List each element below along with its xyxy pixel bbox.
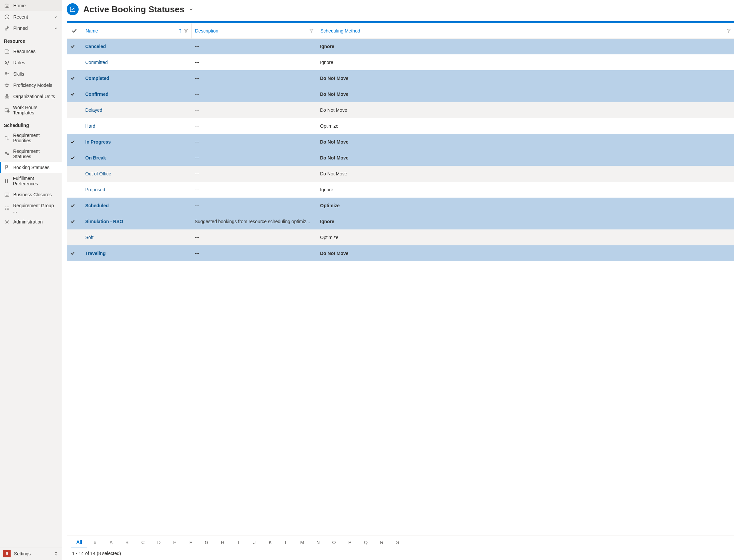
nav-requirement-priorities[interactable]: Requirement Priorities (0, 130, 62, 146)
record-link[interactable]: Committed (85, 60, 108, 65)
record-link[interactable]: Simulation - RSO (85, 219, 123, 224)
jump-g[interactable]: G (199, 538, 214, 547)
table-row[interactable]: On Break---Do Not Move (67, 150, 734, 166)
cell-scheduling-method: Do Not Move (317, 70, 734, 86)
row-checkbox[interactable] (67, 86, 82, 102)
nav-requirement-group[interactable]: Requirement Group ... (0, 200, 62, 216)
table-row[interactable]: Delayed---Do Not Move (67, 102, 734, 118)
jump-n[interactable]: N (310, 538, 326, 547)
jump-e[interactable]: E (167, 538, 183, 547)
cell-scheduling-method: Ignore (317, 38, 734, 54)
jump-l[interactable]: L (278, 538, 294, 547)
record-link[interactable]: Scheduled (85, 203, 109, 208)
jump-i[interactable]: I (230, 538, 246, 547)
nav-pinned[interactable]: Pinned (0, 23, 62, 34)
cell-description: --- (191, 70, 317, 86)
jump-r[interactable]: R (374, 538, 390, 547)
jump-c[interactable]: C (135, 538, 151, 547)
jump-f[interactable]: F (183, 538, 199, 547)
nav-business-closures[interactable]: Business Closures (0, 189, 62, 200)
nav-administration[interactable]: Administration (0, 216, 62, 227)
table-row[interactable]: In Progress---Do Not Move (67, 134, 734, 150)
jump-s[interactable]: S (390, 538, 406, 547)
table-row[interactable]: Soft---Optimize (67, 229, 734, 245)
table-row[interactable]: Traveling---Do Not Move (67, 245, 734, 261)
record-link[interactable]: Completed (85, 76, 109, 81)
nav-resources[interactable]: Resources (0, 46, 62, 57)
table-row[interactable]: Hard---Optimize (67, 118, 734, 134)
row-checkbox[interactable] (67, 70, 82, 86)
record-link[interactable]: In Progress (85, 139, 111, 145)
jump-p[interactable]: P (342, 538, 358, 547)
table-row[interactable]: Canceled---Ignore (67, 38, 734, 54)
jump-d[interactable]: D (151, 538, 167, 547)
nav-work-hours-templates[interactable]: Work Hours Templates (0, 102, 62, 118)
record-link[interactable]: On Break (85, 155, 106, 160)
record-link[interactable]: Canceled (85, 44, 106, 49)
table-row[interactable]: Simulation - RSOSuggested bookings from … (67, 214, 734, 229)
nav-booking-statuses[interactable]: Booking Statuses (0, 162, 62, 173)
record-link[interactable]: Delayed (85, 107, 102, 113)
nav-roles[interactable]: Roles (0, 57, 62, 68)
row-checkbox[interactable] (67, 166, 82, 182)
nav-org-units[interactable]: Organizational Units (0, 91, 62, 102)
view-selector-chevron[interactable] (188, 7, 194, 12)
row-checkbox[interactable] (67, 134, 82, 150)
row-checkbox[interactable] (67, 54, 82, 70)
jump-q[interactable]: Q (358, 538, 374, 547)
record-link[interactable]: Soft (85, 235, 93, 240)
record-link[interactable]: Out of Office (85, 171, 111, 176)
cell-name: Canceled (82, 38, 191, 54)
cell-scheduling-method: Do Not Move (317, 86, 734, 102)
nav-recent[interactable]: Recent (0, 11, 62, 23)
table-row[interactable]: Confirmed---Do Not Move (67, 86, 734, 102)
filter-icon[interactable] (727, 29, 731, 33)
nav-fulfillment-preferences[interactable]: Fulfillment Preferences (0, 173, 62, 189)
nav-requirement-statuses[interactable]: Requirement Statuses (0, 146, 62, 162)
filter-icon[interactable] (309, 29, 313, 33)
jump-all[interactable]: All (71, 537, 87, 547)
nav-skills[interactable]: Skills (0, 68, 62, 80)
column-header-select[interactable] (67, 23, 82, 38)
row-checkbox[interactable] (67, 102, 82, 118)
table-row[interactable]: Committed---Ignore (67, 54, 734, 70)
row-checkbox[interactable] (67, 198, 82, 214)
check-icon (70, 219, 79, 224)
record-link[interactable]: Traveling (85, 251, 105, 256)
row-checkbox[interactable] (67, 150, 82, 166)
filter-icon[interactable] (184, 29, 188, 33)
table-row[interactable]: Out of Office---Do Not Move (67, 166, 734, 182)
column-header-description[interactable]: Description (191, 23, 317, 38)
priority-icon (4, 135, 10, 141)
cell-scheduling-method: Do Not Move (317, 166, 734, 182)
jump-j[interactable]: J (246, 538, 262, 547)
jump-m[interactable]: M (294, 538, 310, 547)
area-label: Settings (14, 551, 31, 556)
jump-#[interactable]: # (87, 538, 103, 547)
cell-name: Simulation - RSO (82, 214, 191, 229)
jump-h[interactable]: H (214, 538, 230, 547)
calendar-clock-icon (4, 107, 10, 113)
row-checkbox[interactable] (67, 182, 82, 198)
row-checkbox[interactable] (67, 214, 82, 229)
table-row[interactable]: Completed---Do Not Move (67, 70, 734, 86)
area-switcher[interactable]: S Settings (0, 547, 62, 560)
jump-o[interactable]: O (326, 538, 342, 547)
row-checkbox[interactable] (67, 229, 82, 245)
row-checkbox[interactable] (67, 118, 82, 134)
nav-proficiency-models[interactable]: Proficiency Models (0, 80, 62, 91)
row-checkbox[interactable] (67, 38, 82, 54)
column-header-scheduling-method[interactable]: Scheduling Method (317, 23, 734, 38)
record-link[interactable]: Confirmed (85, 92, 108, 97)
jump-k[interactable]: K (262, 538, 278, 547)
table-row[interactable]: Proposed---Ignore (67, 182, 734, 198)
column-header-name[interactable]: Name (82, 23, 191, 38)
cell-description: --- (191, 166, 317, 182)
nav-home[interactable]: Home (0, 0, 62, 11)
table-row[interactable]: Scheduled---Optimize (67, 198, 734, 214)
row-checkbox[interactable] (67, 245, 82, 261)
jump-b[interactable]: B (119, 538, 135, 547)
record-link[interactable]: Hard (85, 123, 95, 129)
jump-a[interactable]: A (103, 538, 119, 547)
record-link[interactable]: Proposed (85, 187, 105, 192)
